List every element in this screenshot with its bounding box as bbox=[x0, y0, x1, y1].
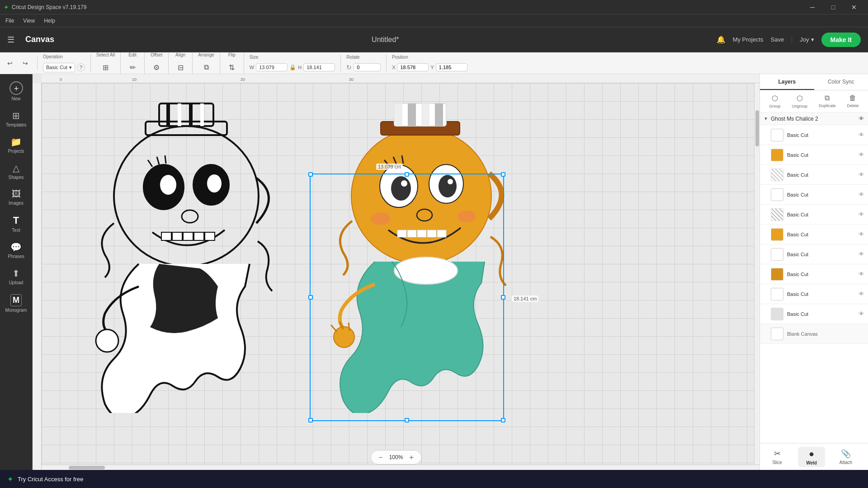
rotate-input[interactable] bbox=[354, 63, 381, 71]
handle-ml[interactable] bbox=[308, 295, 313, 300]
canvas-grid[interactable]: 13.079 cm 18.141 cm bbox=[42, 83, 760, 470]
group-button[interactable]: ⬡ Group bbox=[769, 94, 780, 108]
layer-item[interactable]: Basic Cut 👁 bbox=[760, 244, 868, 264]
arrange-label: Arrange bbox=[198, 52, 214, 57]
sidebar-item-templates[interactable]: ⊞ Templates bbox=[3, 107, 30, 131]
layer-item[interactable]: Basic Cut 👁 bbox=[760, 225, 868, 244]
menu-help[interactable]: Help bbox=[44, 18, 55, 24]
weld-tool[interactable]: ● Weld bbox=[798, 447, 825, 467]
arrange-button[interactable]: ⧉ bbox=[200, 61, 212, 74]
sidebar-item-projects[interactable]: 📁 Projects bbox=[3, 133, 30, 157]
tab-layers[interactable]: Layers bbox=[760, 74, 814, 90]
zoom-out-button[interactable]: － bbox=[376, 452, 386, 462]
duplicate-button[interactable]: ⧉ Duplicate bbox=[819, 94, 836, 108]
sidebar-item-monogram[interactable]: M Monogram bbox=[3, 291, 30, 316]
flip-button[interactable]: ⇅ bbox=[226, 61, 238, 74]
handle-bm[interactable] bbox=[405, 418, 409, 422]
blank-canvas-item[interactable]: Blank Canvas bbox=[760, 324, 868, 344]
sidebar-item-phrases[interactable]: 💬 Phrases bbox=[3, 238, 30, 263]
height-input[interactable] bbox=[303, 63, 335, 71]
undo-button[interactable]: ↩ bbox=[4, 57, 16, 70]
minimize-button[interactable]: ─ bbox=[802, 0, 823, 14]
access-banner[interactable]: ✦ Try Cricut Access for free bbox=[0, 470, 868, 488]
group-icon: ⬡ bbox=[772, 94, 778, 103]
delete-button[interactable]: 🗑 Delete bbox=[847, 94, 859, 108]
slice-tool[interactable]: ✂ Slice bbox=[764, 447, 791, 467]
offset-button[interactable]: ⚙ bbox=[150, 61, 163, 74]
layer-visibility-icon[interactable]: 👁 bbox=[859, 171, 864, 178]
handle-tl[interactable] bbox=[308, 172, 313, 177]
layer-visibility-icon[interactable]: 👁 bbox=[859, 271, 864, 277]
handle-tr[interactable] bbox=[501, 172, 505, 177]
layer-item[interactable]: Basic Cut 👁 bbox=[760, 145, 868, 165]
layer-item[interactable]: Basic Cut 👁 bbox=[760, 165, 868, 185]
edit-group: Edit ✏ bbox=[126, 52, 145, 74]
redo-button[interactable]: ↪ bbox=[19, 57, 32, 70]
operation-help-button[interactable]: ? bbox=[77, 63, 85, 71]
handle-mr[interactable] bbox=[501, 295, 505, 300]
layer-name: Basic Cut bbox=[787, 212, 855, 217]
layer-visibility-icon[interactable]: 👁 bbox=[859, 191, 864, 198]
layer-item[interactable]: Basic Cut 👁 bbox=[760, 185, 868, 205]
handle-tm[interactable] bbox=[405, 172, 409, 177]
layer-visibility-icon[interactable]: 👁 bbox=[859, 291, 864, 297]
layer-visibility-icon[interactable]: 👁 bbox=[859, 310, 864, 317]
sidebar-item-upload[interactable]: ⬆ Upload bbox=[3, 264, 30, 289]
layer-name: Basic Cut bbox=[787, 152, 855, 158]
sidebar-item-images[interactable]: 🖼 Images bbox=[3, 185, 30, 209]
svg-point-17 bbox=[96, 329, 118, 352]
scroll-thumb-vertical[interactable] bbox=[755, 110, 759, 146]
ruler-left bbox=[33, 83, 42, 470]
layer-item[interactable]: Basic Cut 👁 bbox=[760, 205, 868, 225]
layer-visibility-icon[interactable]: 👁 bbox=[859, 231, 864, 238]
layer-item[interactable]: Basic Cut 👁 bbox=[760, 125, 868, 145]
attach-tool[interactable]: 📎 Attach bbox=[832, 447, 859, 467]
menu-file[interactable]: File bbox=[5, 18, 14, 24]
ungroup-button[interactable]: ⬡ Ungroup bbox=[792, 94, 807, 108]
y-input[interactable] bbox=[436, 63, 467, 71]
hamburger-menu[interactable]: ☰ bbox=[7, 35, 14, 45]
sidebar-item-shapes[interactable]: △ Shapes bbox=[3, 159, 30, 183]
sidebar-templates-label: Templates bbox=[6, 122, 27, 127]
lock-icon[interactable]: 🔒 bbox=[289, 64, 296, 70]
width-input[interactable] bbox=[256, 63, 288, 71]
group-visibility-icon[interactable]: 👁 bbox=[859, 115, 864, 122]
handle-br[interactable] bbox=[501, 418, 505, 422]
operation-value: Basic Cut bbox=[46, 65, 67, 70]
save-button[interactable]: Save bbox=[771, 36, 784, 43]
layer-visibility-icon[interactable]: 👁 bbox=[859, 131, 864, 138]
user-menu[interactable]: Joy ▾ bbox=[800, 36, 814, 43]
canvas-scroll-vertical[interactable] bbox=[754, 83, 760, 465]
scroll-thumb-horizontal[interactable] bbox=[69, 466, 105, 469]
layer-visibility-icon[interactable]: 👁 bbox=[859, 151, 864, 158]
layer-group-header[interactable]: ▼ Ghost Ms Chalice 2 👁 bbox=[760, 113, 868, 125]
layer-item[interactable]: Basic Cut 👁 bbox=[760, 264, 868, 284]
operation-select[interactable]: Basic Cut ▾ bbox=[43, 63, 75, 72]
tab-color-sync[interactable]: Color Sync bbox=[814, 74, 868, 90]
my-projects-link[interactable]: My Projects bbox=[733, 36, 764, 43]
zoom-in-button[interactable]: ＋ bbox=[406, 452, 416, 462]
design-content[interactable]: 13.079 cm 18.141 cm bbox=[42, 83, 760, 470]
handle-bl[interactable] bbox=[308, 418, 313, 422]
canvas-scroll-horizontal[interactable] bbox=[42, 465, 760, 470]
layer-item[interactable]: Basic Cut 👁 bbox=[760, 304, 868, 324]
svg-point-5 bbox=[182, 210, 198, 223]
bell-icon[interactable]: 🔔 bbox=[717, 35, 726, 44]
close-button[interactable]: ✕ bbox=[844, 0, 864, 14]
selection-box[interactable] bbox=[310, 174, 504, 421]
sidebar-item-new[interactable]: ＋ New bbox=[3, 78, 30, 105]
x-input[interactable] bbox=[397, 63, 429, 71]
layer-visibility-icon[interactable]: 👁 bbox=[859, 251, 864, 258]
edit-button[interactable]: ✏ bbox=[126, 61, 139, 74]
canvas-area[interactable]: 0 10 20 30 bbox=[33, 74, 760, 470]
layer-visibility-icon[interactable]: 👁 bbox=[859, 211, 864, 218]
select-all-button[interactable]: ⊞ bbox=[99, 61, 112, 74]
maximize-button[interactable]: □ bbox=[823, 0, 844, 14]
menu-view[interactable]: View bbox=[23, 18, 35, 24]
weld-label: Weld bbox=[806, 460, 817, 465]
align-button[interactable]: ⊟ bbox=[174, 61, 187, 74]
sidebar-item-text[interactable]: T Text bbox=[3, 211, 30, 236]
make-it-button[interactable]: Make It bbox=[821, 33, 861, 47]
layer-item[interactable]: Basic Cut 👁 bbox=[760, 284, 868, 304]
position-group: Position X Y bbox=[392, 55, 473, 71]
